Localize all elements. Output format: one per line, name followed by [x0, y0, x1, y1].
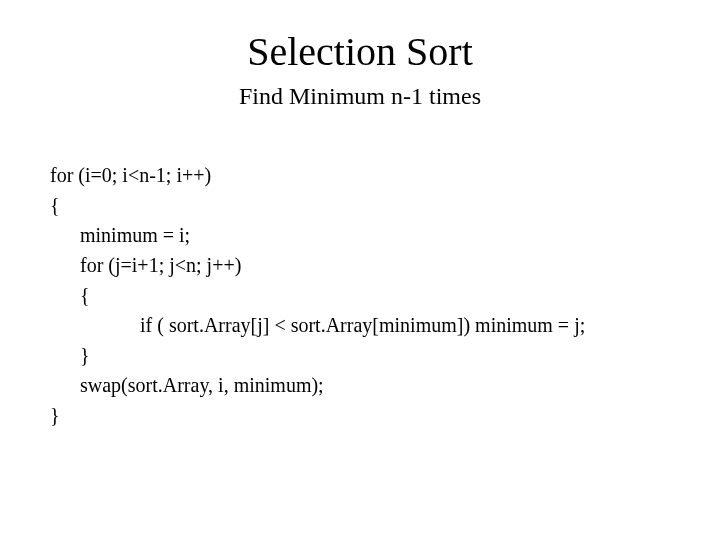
- code-line: swap(sort.Array, i, minimum);: [50, 370, 670, 400]
- code-line: minimum = i;: [50, 220, 670, 250]
- code-block: for (i=0; i<n-1; i++) { minimum = i; for…: [50, 160, 670, 430]
- slide-title: Selection Sort: [50, 28, 670, 75]
- slide-container: Selection Sort Find Minimum n-1 times fo…: [0, 0, 720, 540]
- code-line: }: [50, 400, 670, 430]
- code-line: }: [50, 340, 670, 370]
- code-line: if ( sort.Array[j] < sort.Array[minimum]…: [50, 310, 670, 340]
- slide-subtitle: Find Minimum n-1 times: [50, 83, 670, 110]
- code-line: for (i=0; i<n-1; i++): [50, 160, 670, 190]
- code-line: {: [50, 190, 670, 220]
- code-line: {: [50, 280, 670, 310]
- code-line: for (j=i+1; j<n; j++): [50, 250, 670, 280]
